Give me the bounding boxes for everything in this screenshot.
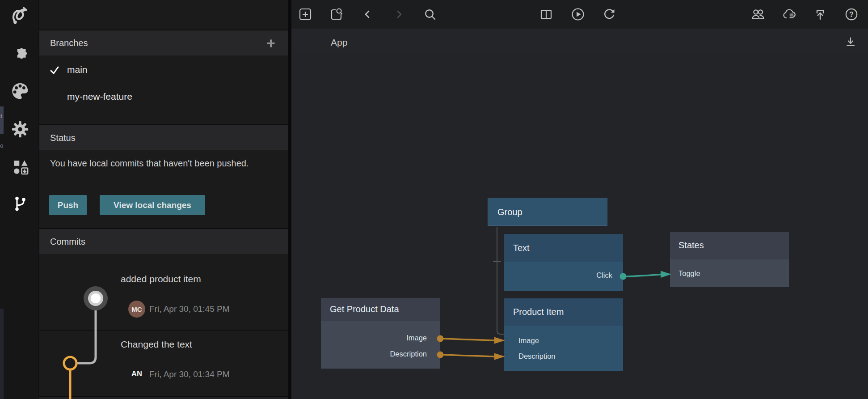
node-title: States <box>678 240 704 250</box>
next-section-edge <box>39 396 288 399</box>
settings-gear-icon[interactable] <box>10 119 30 139</box>
branch-item-my-new-feature[interactable]: my-new-feature <box>39 84 288 110</box>
clipped-panel-fragment <box>0 106 4 134</box>
node-body: Image Description <box>321 321 440 369</box>
node-title: Get Product Data <box>330 304 399 314</box>
preview-play-icon[interactable] <box>571 7 585 21</box>
node-header: Text <box>504 234 623 262</box>
status-title: Status <box>50 133 76 143</box>
commit-date: Fri, Apr 30, 01:45 PM <box>149 304 230 314</box>
cloud-services-icon[interactable] <box>782 7 796 21</box>
noodl-logo-icon[interactable] <box>10 5 30 25</box>
output-port-label: Click <box>596 271 612 280</box>
commits-title: Commits <box>50 237 85 247</box>
node-product-item[interactable]: Product Item Image Description <box>504 298 623 371</box>
commit-date: Fri, Apr 30, 01:34 PM <box>149 369 230 379</box>
help-icon[interactable]: ? <box>844 7 859 21</box>
branches-title: Branches <box>50 38 88 48</box>
status-message: You have local commits that haven't been… <box>50 156 260 171</box>
back-icon[interactable] <box>360 7 375 21</box>
plugins-icon[interactable] <box>10 44 30 64</box>
icon-rail <box>0 0 39 399</box>
components-icon[interactable] <box>10 157 30 176</box>
branches-section-header: Branches <box>39 30 288 55</box>
input-port-label: Toggle <box>678 269 700 278</box>
output-port-label: Image <box>406 334 427 342</box>
download-icon[interactable] <box>844 36 857 49</box>
version-control-panel: Branches main my-new-feature Status You … <box>39 0 288 399</box>
view-local-changes-button[interactable]: View local changes <box>100 195 205 215</box>
commit-divider <box>39 330 288 331</box>
push-button-label: Push <box>58 200 78 210</box>
search-components-icon[interactable] <box>329 7 343 21</box>
styles-palette-icon[interactable] <box>10 81 30 101</box>
collaborators-icon[interactable] <box>751 7 765 21</box>
node-header: States <box>670 232 789 259</box>
clipped-text-fragment: t <box>0 113 2 119</box>
push-button[interactable]: Push <box>49 195 87 215</box>
view-local-changes-label: View local changes <box>114 200 191 210</box>
node-body: Image Description <box>504 326 623 371</box>
commits-section-header: Commits <box>39 228 288 254</box>
node-title: Text <box>513 243 530 253</box>
commit-message: Changed the text <box>121 339 192 350</box>
check-icon <box>49 65 60 75</box>
add-branch-icon[interactable] <box>265 38 277 49</box>
add-node-icon[interactable] <box>298 7 312 21</box>
output-port-label: Description <box>390 350 427 358</box>
node-title: Product Item <box>513 307 564 317</box>
panel-canvas-divider <box>288 0 291 399</box>
split-view-icon[interactable] <box>539 7 553 21</box>
search-icon[interactable] <box>423 7 437 21</box>
branch-name: main <box>67 64 88 75</box>
branch-item-main[interactable]: main <box>39 57 288 84</box>
deploy-upload-icon[interactable] <box>813 7 827 21</box>
node-text[interactable]: Text Click <box>504 234 623 291</box>
version-control-branch-icon[interactable] <box>10 194 30 213</box>
refresh-icon[interactable] <box>602 7 616 21</box>
forward-icon[interactable] <box>392 7 406 21</box>
node-body: Click <box>504 262 623 291</box>
component-header-row <box>291 29 868 54</box>
status-section-header: Status <box>39 124 288 150</box>
node-group[interactable]: Group <box>488 198 607 226</box>
branch-name: my-new-feature <box>67 91 132 102</box>
input-port-label: Description <box>518 352 556 361</box>
node-title: Group <box>497 207 522 217</box>
avatar-initials: AN <box>130 369 144 378</box>
node-header: Product Item <box>504 298 623 326</box>
node-body: Toggle <box>670 259 789 287</box>
avatar: MC <box>128 301 145 318</box>
commit-message: added product item <box>121 274 201 284</box>
input-port-label: Image <box>518 336 539 345</box>
svg-text:?: ? <box>849 11 854 18</box>
clipped-panel-fragment <box>0 309 4 399</box>
clipped-text-fragment: o <box>0 142 3 149</box>
node-get-product-data[interactable]: Get Product Data Image Description <box>321 298 440 369</box>
breadcrumb[interactable]: App <box>331 37 347 48</box>
node-header: Get Product Data <box>321 298 440 321</box>
node-states[interactable]: States Toggle <box>670 232 789 287</box>
commit-graph <box>39 231 129 399</box>
